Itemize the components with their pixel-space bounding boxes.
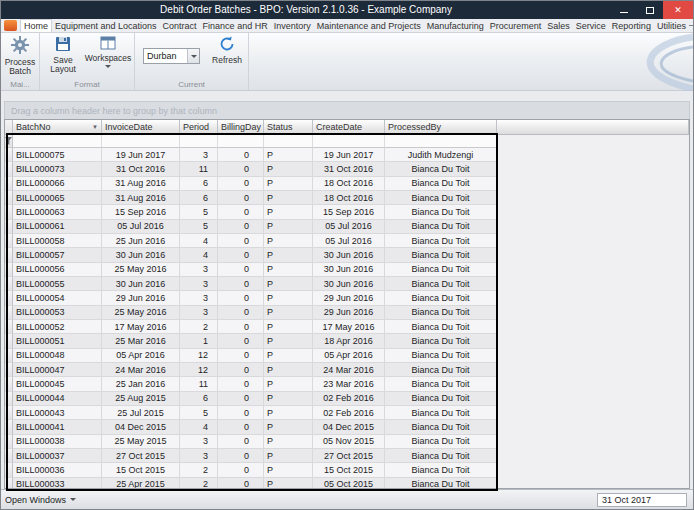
status-date-field[interactable]: 31 Oct 2017 bbox=[597, 493, 687, 507]
row-indicator bbox=[5, 277, 13, 291]
filter-cell-status[interactable] bbox=[264, 135, 313, 148]
grid-cell: 0 bbox=[218, 392, 264, 406]
grid-cell: 3 bbox=[180, 306, 218, 320]
tab-maintenance-and-projects[interactable]: Maintenance and Projects bbox=[314, 19, 424, 32]
filter-cell-billingday[interactable] bbox=[218, 135, 264, 148]
table-row[interactable]: BILL00005217 May 201620P17 May 2016Bianc… bbox=[5, 320, 497, 334]
column-header-period[interactable]: Period bbox=[180, 120, 218, 135]
grid-cell: 27 Oct 2015 bbox=[313, 449, 385, 463]
tab-sales[interactable]: Sales bbox=[544, 19, 573, 32]
table-row[interactable]: BILL00006531 Aug 201660P18 Oct 2016Bianc… bbox=[5, 191, 497, 205]
grid-cell: BILL000043 bbox=[13, 406, 102, 420]
workspaces-button[interactable]: Workspaces bbox=[84, 34, 132, 68]
maximize-button[interactable] bbox=[637, 1, 663, 19]
table-row[interactable]: BILL00005730 Jun 201640P30 Jun 2016Bianc… bbox=[5, 248, 497, 262]
table-row[interactable]: BILL00005625 May 201630P30 Jun 2016Bianc… bbox=[5, 263, 497, 277]
app-icon[interactable] bbox=[4, 20, 17, 31]
close-button[interactable]: ✕ bbox=[663, 1, 693, 19]
grid-cell: 0 bbox=[218, 449, 264, 463]
filter-cell-batchno[interactable] bbox=[13, 135, 102, 148]
tab-inventory[interactable]: Inventory bbox=[271, 19, 314, 32]
refresh-button[interactable]: Refresh bbox=[208, 34, 246, 65]
open-windows-button[interactable]: Open Windows bbox=[5, 495, 76, 505]
column-header-invoicedate[interactable]: InvoiceDate bbox=[102, 120, 180, 135]
table-row[interactable]: BILL00006315 Sep 201650P15 Sep 2016Bianc… bbox=[5, 205, 497, 219]
grid-cell: 0 bbox=[218, 306, 264, 320]
table-row[interactable]: BILL00006631 Aug 201660P18 Oct 2016Bianc… bbox=[5, 177, 497, 191]
group-by-bar[interactable]: Drag a column header here to group by th… bbox=[4, 101, 690, 119]
grid-cell: 30 Jun 2016 bbox=[313, 248, 385, 262]
save-layout-button[interactable]: Save Layout bbox=[42, 34, 84, 74]
grid-cell: 4 bbox=[180, 420, 218, 434]
grid-cell: 12 bbox=[180, 363, 218, 377]
filter-cell-invoicedate[interactable] bbox=[102, 135, 180, 148]
column-header-batchno[interactable]: BatchNo▼ bbox=[13, 120, 102, 135]
grid-cell: BILL000055 bbox=[13, 277, 102, 291]
table-row[interactable]: BILL00005325 May 201630P29 Jun 2016Bianc… bbox=[5, 306, 497, 320]
process-batch-icon bbox=[11, 36, 29, 56]
filter-cell-createdate[interactable] bbox=[313, 135, 385, 148]
table-row[interactable]: BILL00007331 Oct 2016110P31 Oct 2016Bian… bbox=[5, 162, 497, 176]
grid-cell: 25 Mar 2016 bbox=[102, 334, 180, 348]
grid-cell: Bianca Du Toit bbox=[385, 406, 497, 420]
grid-cell: P bbox=[264, 205, 313, 219]
grid-cell: BILL000045 bbox=[13, 377, 102, 391]
minimize-button[interactable] bbox=[611, 1, 637, 19]
grid-cell: 3 bbox=[180, 263, 218, 277]
table-row[interactable]: BILL00005125 Mar 201610P18 Apr 2016Bianc… bbox=[5, 334, 497, 348]
tab-procurement[interactable]: Procurement bbox=[487, 19, 545, 32]
column-header-processedby[interactable]: ProcessedBy bbox=[385, 120, 497, 135]
table-row[interactable]: BILL00003325 Apr 201520P05 Oct 2015Bianc… bbox=[5, 478, 497, 489]
filter-cell-processedby[interactable] bbox=[385, 135, 497, 148]
table-row[interactable]: BILL00003615 Oct 201520P15 Oct 2015Bianc… bbox=[5, 463, 497, 477]
table-row[interactable]: BILL00004805 Apr 2016120P05 Apr 2016Bian… bbox=[5, 349, 497, 363]
table-row[interactable]: BILL00006105 Jul 201650P05 Jul 2016Bianc… bbox=[5, 220, 497, 234]
grid-cell: 31 Aug 2016 bbox=[102, 191, 180, 205]
table-row[interactable]: BILL00004724 Mar 2016120P24 Mar 2016Bian… bbox=[5, 363, 497, 377]
table-row[interactable]: BILL00004525 Jan 2016110P23 Mar 2016Bian… bbox=[5, 377, 497, 391]
group-label-batch: Mai... bbox=[3, 79, 37, 90]
grid-cell: 25 May 2015 bbox=[102, 435, 180, 449]
table-row[interactable]: BILL00005530 Jun 201630P30 Jun 2016Bianc… bbox=[5, 277, 497, 291]
tab-manufacturing[interactable]: Manufacturing bbox=[424, 19, 487, 32]
tab-finance-and-hr[interactable]: Finance and HR bbox=[200, 19, 271, 32]
column-header-status[interactable]: Status bbox=[264, 120, 313, 135]
table-row[interactable]: BILL00003727 Oct 201530P27 Oct 2015Bianc… bbox=[5, 449, 497, 463]
grid-cell: Bianca Du Toit bbox=[385, 334, 497, 348]
table-row[interactable]: BILL00005429 Jun 201630P29 Jun 2016Bianc… bbox=[5, 291, 497, 305]
column-header-createdate[interactable]: CreateDate bbox=[313, 120, 385, 135]
grid-cell: 24 Mar 2016 bbox=[313, 363, 385, 377]
grid-cell: P bbox=[264, 478, 313, 489]
site-combo[interactable]: Durban bbox=[143, 48, 200, 64]
grid-cell: 05 Jul 2016 bbox=[102, 220, 180, 234]
tab-utilities[interactable]: Utilities bbox=[654, 19, 689, 32]
table-row[interactable]: BILL00004325 Jul 201550P02 Feb 2016Bianc… bbox=[5, 406, 497, 420]
grid-cell: BILL000075 bbox=[13, 148, 102, 162]
grid-cell: Bianca Du Toit bbox=[385, 377, 497, 391]
tab-reporting[interactable]: Reporting bbox=[609, 19, 654, 32]
filter-cell-period[interactable] bbox=[180, 135, 218, 148]
tab-contract[interactable]: Contract bbox=[160, 19, 200, 32]
column-header-billingday[interactable]: BillingDay bbox=[218, 120, 264, 135]
ribbon-minimize-icon[interactable] bbox=[689, 25, 693, 26]
grid-cell: 0 bbox=[218, 191, 264, 205]
table-row[interactable]: BILL00007519 Jun 201730P19 Jun 2017Judit… bbox=[5, 148, 497, 162]
table-row[interactable]: BILL00005825 Jun 201640P05 Jul 2016Bianc… bbox=[5, 234, 497, 248]
grid-cell: 0 bbox=[218, 177, 264, 191]
filter-row[interactable] bbox=[5, 135, 497, 148]
ribbon-controls bbox=[689, 19, 693, 32]
row-indicator bbox=[5, 306, 13, 320]
grid-cell: 18 Oct 2016 bbox=[313, 191, 385, 205]
table-row[interactable]: BILL00003825 May 201530P05 Nov 2015Bianc… bbox=[5, 435, 497, 449]
table-row[interactable]: BILL00004425 Aug 201560P02 Feb 2016Bianc… bbox=[5, 392, 497, 406]
grid-body: BILL00007519 Jun 201730P19 Jun 2017Judit… bbox=[5, 148, 689, 489]
table-row[interactable]: BILL00004104 Dec 201540P04 Dec 2015Bianc… bbox=[5, 420, 497, 434]
process-batch-button[interactable]: Process Batch bbox=[3, 34, 37, 76]
grid-cell: P bbox=[264, 334, 313, 348]
grid-cell: Bianca Du Toit bbox=[385, 349, 497, 363]
site-combo-dropdown[interactable] bbox=[187, 49, 199, 63]
column-header-label: BatchNo bbox=[16, 122, 51, 132]
tab-home[interactable]: Home bbox=[20, 19, 52, 32]
tab-service[interactable]: Service bbox=[573, 19, 609, 32]
tab-equipment-and-locations[interactable]: Equipment and Locations bbox=[52, 19, 160, 32]
